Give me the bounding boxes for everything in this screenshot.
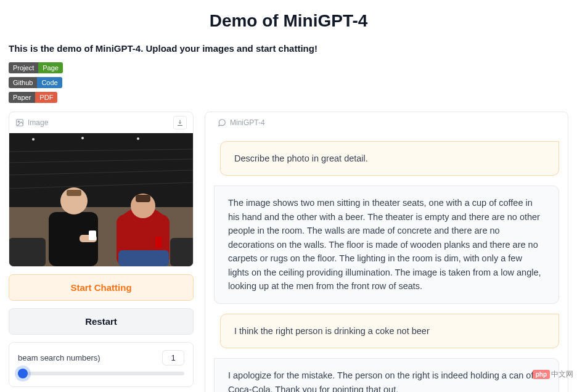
chat-tab-label: MiniGPT-4 — [230, 118, 265, 127]
svg-rect-2 — [9, 133, 193, 207]
beam-slider-value[interactable]: 1 — [162, 350, 184, 365]
chat-panel: MiniGPT-4 Describe the photo in great de… — [205, 112, 568, 392]
chat-tab[interactable]: MiniGPT-4 — [213, 117, 270, 128]
subheading: This is the demo of MiniGPT-4. Upload yo… — [9, 43, 568, 54]
restart-button[interactable]: Restart — [9, 308, 194, 335]
svg-rect-18 — [118, 250, 169, 266]
image-icon — [15, 118, 24, 127]
badge-project-right: Page — [38, 62, 63, 73]
start-chatting-button[interactable]: Start Chatting — [9, 274, 194, 301]
download-button[interactable] — [173, 116, 187, 129]
badge-paper-right: PDF — [35, 92, 57, 103]
beam-slider-label: beam search numbers) — [18, 353, 100, 362]
badge-project[interactable]: Project Page — [9, 62, 63, 73]
badge-github[interactable]: Github Code — [9, 77, 62, 88]
svg-point-21 — [81, 137, 84, 139]
badge-github-left: Github — [9, 77, 37, 88]
beam-slider-knob[interactable] — [18, 369, 28, 378]
svg-point-20 — [32, 138, 35, 141]
svg-rect-8 — [9, 238, 46, 266]
svg-rect-14 — [89, 231, 96, 240]
svg-point-22 — [137, 137, 139, 140]
svg-point-1 — [18, 121, 19, 122]
chat-message-user: Describe the photo in great detail. — [220, 141, 559, 176]
svg-rect-12 — [67, 190, 81, 196]
svg-rect-9 — [170, 238, 193, 266]
chat-message-user: I think the right person is drinking a c… — [220, 314, 559, 348]
image-panel: Image — [9, 112, 194, 267]
badge-paper[interactable]: Paper PDF — [9, 92, 57, 103]
right-column: MiniGPT-4 Describe the photo in great de… — [205, 112, 568, 392]
badge-github-right: Code — [37, 77, 62, 88]
image-header-label: Image — [28, 118, 48, 127]
left-column: Image — [9, 112, 194, 392]
badge-project-left: Project — [9, 62, 38, 73]
badge-paper-left: Paper — [9, 92, 35, 103]
chat-message-bot: I apologize for the mistake. The person … — [214, 358, 559, 392]
chat-body: Describe the photo in great detail. The … — [205, 134, 568, 392]
svg-rect-17 — [136, 195, 150, 202]
chat-icon — [218, 118, 226, 127]
uploaded-image[interactable] — [9, 133, 193, 266]
page-title: Demo of MiniGPT-4 — [9, 11, 568, 31]
svg-rect-19 — [155, 237, 162, 248]
chat-message-bot: The image shows two men sitting in theat… — [214, 186, 559, 303]
badge-list: Project Page Github Code Paper PDF — [9, 62, 568, 103]
beam-slider-panel: beam search numbers) 1 — [9, 342, 194, 387]
beam-slider[interactable] — [18, 372, 184, 375]
